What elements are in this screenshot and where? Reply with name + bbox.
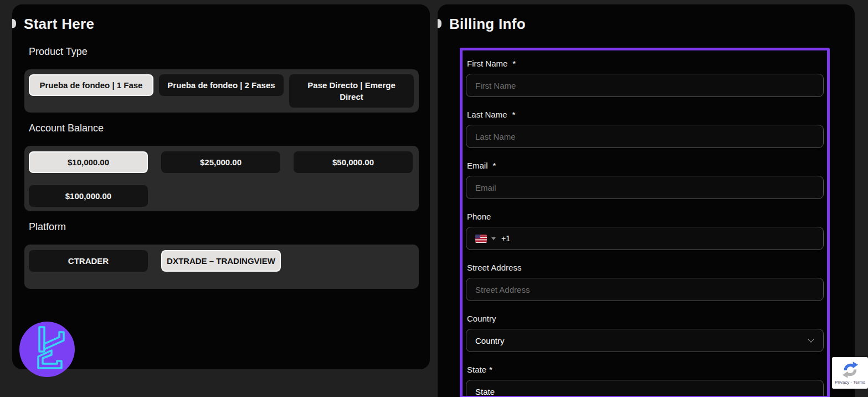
first-name-label: First Name* xyxy=(467,58,824,69)
product-type-group: Prueba de fondeo | 1 Fase Prueba de fond… xyxy=(24,69,419,113)
recaptcha-privacy-terms[interactable]: Privacy - Terms xyxy=(835,380,865,385)
required-asterisk: * xyxy=(512,59,516,68)
balance-option-25000[interactable]: $25,000.00 xyxy=(161,151,280,173)
required-asterisk: * xyxy=(512,110,516,119)
country-field-group: Country Country xyxy=(466,313,824,352)
billing-form-box: First Name* Last Name* Email* Phone +1 S… xyxy=(460,48,830,397)
platform-label: Platform xyxy=(29,221,419,233)
us-flag-icon[interactable] xyxy=(475,235,487,243)
state-field-group: State* State xyxy=(466,364,824,397)
title-bullet-icon xyxy=(12,19,16,28)
balance-option-10000[interactable]: $10,000.00 xyxy=(29,151,148,173)
country-label-text: Country xyxy=(467,314,496,323)
phone-field-group: Phone +1 xyxy=(466,211,824,250)
chevron-down-icon xyxy=(808,337,814,343)
state-label-text: State xyxy=(467,365,486,374)
product-option-pase-directo[interactable]: Pase Directo | Emerge Direct xyxy=(289,74,414,108)
last-name-label: Last Name* xyxy=(467,109,824,120)
required-asterisk: * xyxy=(489,365,492,374)
balance-option-50000[interactable]: $50,000.00 xyxy=(294,151,413,173)
state-select[interactable]: State xyxy=(466,380,824,397)
email-input[interactable] xyxy=(466,176,824,199)
last-name-input[interactable] xyxy=(466,125,824,148)
phone-label: Phone xyxy=(467,211,824,222)
product-option-prueba-1-fase[interactable]: Prueba de fondeo | 1 Fase xyxy=(29,74,153,96)
street-address-input[interactable] xyxy=(466,278,824,301)
email-label: Email* xyxy=(467,160,824,171)
start-here-panel: Start Here Product Type Prueba de fondeo… xyxy=(12,4,430,369)
street-address-label-text: Street Address xyxy=(467,263,521,272)
last-name-label-text: Last Name xyxy=(467,110,507,119)
platform-group: CTRADER DXTRADE – TRADINGVIEW xyxy=(24,245,419,289)
recaptcha-badge[interactable]: Privacy - Terms xyxy=(832,357,868,389)
street-address-label: Street Address xyxy=(467,262,824,273)
phone-label-text: Phone xyxy=(467,212,491,221)
title-bullet-icon xyxy=(438,19,441,28)
first-name-label-text: First Name xyxy=(467,59,507,68)
platform-option-ctrader[interactable]: CTRADER xyxy=(29,250,148,272)
dial-code: +1 xyxy=(501,234,510,243)
start-here-title: Start Here xyxy=(24,16,419,32)
product-option-prueba-2-fases[interactable]: Prueba de fondeo | 2 Fases xyxy=(159,74,284,96)
balance-option-100000[interactable]: $100,000.00 xyxy=(29,185,148,207)
first-name-field-group: First Name* xyxy=(466,58,824,97)
street-address-field-group: Street Address xyxy=(466,262,824,301)
country-label: Country xyxy=(467,313,824,324)
phone-input[interactable]: +1 xyxy=(466,227,824,250)
recaptcha-icon xyxy=(841,361,859,379)
country-select-value: Country xyxy=(475,336,505,345)
billing-title: Billing Info xyxy=(449,16,855,32)
brand-logo xyxy=(19,322,75,377)
account-balance-group: $10,000.00 $25,000.00 $50,000.00 $100,00… xyxy=(24,146,419,211)
last-name-field-group: Last Name* xyxy=(466,109,824,148)
dropdown-caret-icon[interactable] xyxy=(491,237,496,240)
email-label-text: Email xyxy=(467,161,488,170)
country-select[interactable]: Country xyxy=(466,329,824,352)
email-field-group: Email* xyxy=(466,160,824,199)
state-label: State* xyxy=(467,364,824,375)
platform-option-dxtrade-tradingview[interactable]: DXTRADE – TRADINGVIEW xyxy=(161,250,281,272)
account-balance-label: Account Balance xyxy=(29,123,419,134)
first-name-input[interactable] xyxy=(466,74,824,97)
brand-logo-icon xyxy=(19,322,75,377)
billing-panel: Billing Info First Name* Last Name* Emai… xyxy=(438,4,855,397)
product-type-label: Product Type xyxy=(29,46,419,58)
state-select-value: State xyxy=(475,387,495,396)
required-asterisk: * xyxy=(493,161,496,170)
